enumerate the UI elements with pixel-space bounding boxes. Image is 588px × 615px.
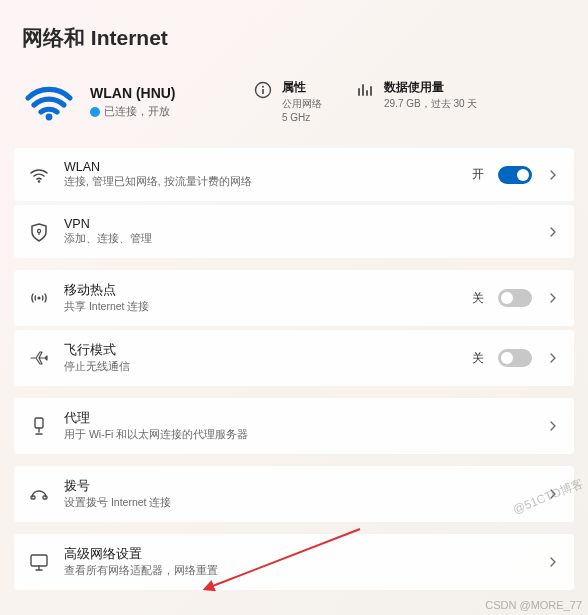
chevron-right-icon <box>546 351 560 365</box>
shield-icon <box>28 221 50 243</box>
wlan-state: 开 <box>472 166 484 183</box>
properties-line2: 5 GHz <box>282 111 322 124</box>
chevron-right-icon <box>546 555 560 569</box>
monitor-icon <box>28 551 50 573</box>
airplane-icon <box>28 347 50 369</box>
proxy-icon <box>28 415 50 437</box>
chevron-right-icon <box>546 419 560 433</box>
connection-status: 已连接，开放 <box>104 104 170 119</box>
usage-label: 数据使用量 <box>384 79 477 96</box>
advanced-desc: 查看所有网络适配器，网络重置 <box>64 564 532 578</box>
globe-icon <box>90 107 100 117</box>
svg-rect-3 <box>262 89 264 94</box>
svg-point-4 <box>38 180 41 183</box>
vpn-title: VPN <box>64 217 532 231</box>
usage-value: 29.7 GB，过去 30 天 <box>384 97 477 110</box>
svg-rect-8 <box>31 496 35 499</box>
data-usage-icon <box>356 81 374 99</box>
row-dialup[interactable]: 拨号 设置拨号 Internet 连接 <box>14 466 574 522</box>
hotspot-state: 关 <box>472 290 484 307</box>
properties-label: 属性 <box>282 79 322 96</box>
advanced-title: 高级网络设置 <box>64 546 532 563</box>
vpn-desc: 添加、连接、管理 <box>64 232 532 246</box>
row-hotspot[interactable]: 移动热点 共享 Internet 连接 关 <box>14 270 574 326</box>
hotspot-title: 移动热点 <box>64 282 458 299</box>
wlan-title: WLAN <box>64 160 458 174</box>
chevron-right-icon <box>546 225 560 239</box>
svg-point-5 <box>37 229 40 232</box>
dialup-icon <box>28 483 50 505</box>
svg-rect-9 <box>43 496 47 499</box>
dialup-title: 拨号 <box>64 478 532 495</box>
connection-status-panel: WLAN (HNU) 已连接，开放 属性 公用网络 5 GHz 数据使用量 29… <box>0 64 588 148</box>
svg-point-2 <box>262 85 264 87</box>
svg-point-0 <box>46 114 53 121</box>
row-airplane[interactable]: 飞行模式 停止无线通信 关 <box>14 330 574 386</box>
airplane-title: 飞行模式 <box>64 342 458 359</box>
wlan-toggle[interactable] <box>498 166 532 184</box>
airplane-toggle[interactable] <box>498 349 532 367</box>
wlan-desc: 连接, 管理已知网络, 按流量计费的网络 <box>64 175 458 189</box>
hotspot-toggle[interactable] <box>498 289 532 307</box>
svg-point-6 <box>37 296 40 299</box>
row-proxy[interactable]: 代理 用于 Wi-Fi 和以太网连接的代理服务器 <box>14 398 574 454</box>
proxy-title: 代理 <box>64 410 532 427</box>
properties-link[interactable]: 属性 公用网络 5 GHz <box>254 79 322 124</box>
watermark-bottom: CSDN @MORE_77 <box>485 599 582 611</box>
chevron-right-icon <box>546 291 560 305</box>
page-title: 网络和 Internet <box>22 24 566 52</box>
row-vpn[interactable]: VPN 添加、连接、管理 <box>14 205 574 258</box>
wifi-small-icon <box>28 164 50 186</box>
svg-rect-10 <box>31 555 47 566</box>
dialup-desc: 设置拨号 Internet 连接 <box>64 496 532 510</box>
wifi-icon <box>22 74 76 128</box>
data-usage-link[interactable]: 数据使用量 29.7 GB，过去 30 天 <box>356 79 477 124</box>
svg-rect-7 <box>35 418 43 428</box>
hotspot-desc: 共享 Internet 连接 <box>64 300 458 314</box>
properties-line1: 公用网络 <box>282 97 322 110</box>
proxy-desc: 用于 Wi-Fi 和以太网连接的代理服务器 <box>64 428 532 442</box>
airplane-state: 关 <box>472 350 484 367</box>
info-icon <box>254 81 272 99</box>
row-advanced-network[interactable]: 高级网络设置 查看所有网络适配器，网络重置 <box>14 534 574 590</box>
airplane-desc: 停止无线通信 <box>64 360 458 374</box>
chevron-right-icon <box>546 168 560 182</box>
connection-name: WLAN (HNU) <box>90 85 210 101</box>
row-wlan[interactable]: WLAN 连接, 管理已知网络, 按流量计费的网络 开 <box>14 148 574 201</box>
hotspot-icon <box>28 287 50 309</box>
